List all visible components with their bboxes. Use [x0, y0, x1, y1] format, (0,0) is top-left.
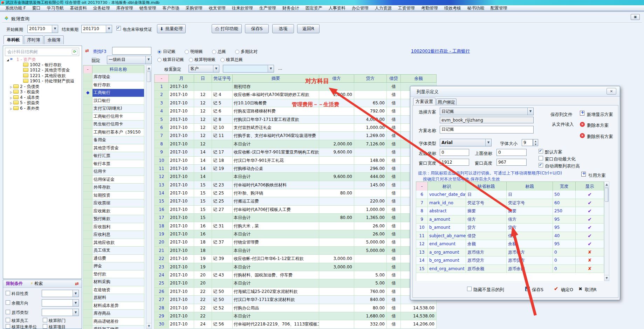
- account-row[interactable]: 库存现金: [83, 73, 145, 81]
- ledger-row[interactable]: 17 2017-10 15 本日合计 80.00 1,365.00 借: [155, 214, 437, 222]
- account-row[interactable]: 短期投资: [83, 192, 145, 200]
- top-coord-input[interactable]: 0: [496, 149, 527, 156]
- menu-item[interactable]: 客户市场: [159, 5, 183, 11]
- tree-item[interactable]: 1002 - 银行存款: [4, 62, 81, 68]
- col-header-index[interactable]: -: [416, 182, 428, 191]
- account-row[interactable]: 员工借支: [83, 247, 145, 255]
- tab-user-binding[interactable]: 用户绑定: [436, 98, 457, 105]
- col-header-title[interactable]: 标题: [507, 182, 553, 191]
- ledger-mode-option[interactable]: 总账: [212, 49, 226, 55]
- menu-item[interactable]: 销售管理: [136, 5, 159, 11]
- ledger-row[interactable]: 9 2017-10 14 记 17 收应收帐-汉口年华7-901室董亚男钢构工程…: [155, 148, 437, 156]
- select-scheme-combo[interactable]: 日记账 ▼: [440, 108, 534, 115]
- ledger-row[interactable]: 30 2017-10 24 记 56 付幸福时代2218-2219、706、11…: [155, 320, 437, 328]
- radio-icon[interactable]: [212, 50, 216, 54]
- read-from-file-button[interactable]: 从文件读入: [552, 122, 574, 128]
- chevron-down-icon[interactable]: ▼: [52, 25, 58, 33]
- tree-expander-icon[interactable]: ▷: [9, 106, 13, 111]
- menu-item[interactable]: 人力资源: [372, 5, 395, 11]
- filter-checkbox[interactable]: [6, 318, 10, 322]
- account-row[interactable]: 材料成本差异: [83, 302, 145, 310]
- col-header-account-name[interactable]: 科目名称: [93, 66, 144, 74]
- chevron-down-icon[interactable]: ▼: [485, 139, 491, 146]
- cell-show-flag[interactable]: ✘: [576, 248, 604, 257]
- col-header-width[interactable]: 宽度: [553, 182, 576, 191]
- menu-item[interactable]: 固定资产: [302, 5, 326, 11]
- filter-checkbox[interactable]: [43, 324, 47, 329]
- window-height-input[interactable]: 967: [496, 159, 527, 166]
- chevron-down-icon[interactable]: ▼: [73, 290, 78, 297]
- col-header-dc[interactable]: 借贷: [387, 75, 401, 83]
- tab[interactable]: 余额簿: [44, 35, 64, 44]
- scroll-down-icon[interactable]: ▼: [604, 275, 609, 281]
- ledger-row[interactable]: 28 2017-10 22 记 52 付购办公用品 80.00 借 14,538…: [155, 304, 437, 312]
- account-row[interactable]: 汉口银行: [83, 97, 145, 105]
- account-row[interactable]: 其他应收款: [83, 239, 145, 247]
- tree-item[interactable]: ▷5 - 损益类: [4, 100, 81, 106]
- ledger-mode-option[interactable]: 多期比对: [235, 49, 258, 55]
- ledger-row[interactable]: 5 2017-10 12 记 8 付购汉口年华7-1711室工程进度款 4,00…: [155, 116, 437, 124]
- menu-item[interactable]: 秘书功能: [464, 5, 487, 11]
- col-header-balance[interactable]: 余额: [401, 75, 437, 83]
- menu-item[interactable]: 考勤管理: [418, 5, 441, 11]
- col-header-id[interactable]: 标识: [428, 182, 466, 191]
- auto-maximize-checkbox[interactable]: [539, 156, 543, 160]
- account-list-scrollbar[interactable]: ▲ ▼: [146, 65, 152, 329]
- ledger-mode-option[interactable]: 明细账: [185, 49, 203, 55]
- menu-item[interactable]: 窗口: [29, 5, 44, 11]
- batch-process-button[interactable]: ⬇ 批量处理: [157, 24, 186, 33]
- limit-type-combo[interactable]: 客户 ▼: [189, 65, 219, 73]
- ledger-row[interactable]: 23 2017-10 19 本日合计 3,000.00 借: [155, 263, 437, 271]
- swap-arrows-icon[interactable]: ⇄: [85, 48, 89, 53]
- apply-scheme-button[interactable]: 引用方案: [588, 173, 606, 179]
- menu-item[interactable]: 人事资料: [326, 5, 349, 11]
- refresh-icon[interactable]: ⟳: [72, 49, 77, 55]
- chevron-down-icon[interactable]: ▼: [106, 25, 112, 33]
- account-row[interactable]: 商品进销差价: [83, 318, 145, 326]
- tree-expander-icon[interactable]: ▷: [9, 90, 13, 95]
- account-row[interactable]: 通信费: [83, 255, 145, 263]
- col-header-month[interactable]: 月: [169, 75, 194, 83]
- menu-item[interactable]: 财务会计: [279, 5, 302, 11]
- ledger-row[interactable]: 26 2017-10 22 记 50 付海赋江城25-2202室水泥材料款 76…: [155, 288, 437, 296]
- ledger-mode-option[interactable]: 核算明细账: [189, 57, 215, 63]
- ledger-row[interactable]: 6 2017-10 12 记 10 支付雷胜斌乔迁礼金 1,000.00 借: [155, 124, 437, 132]
- account-row[interactable]: 应收利息: [83, 231, 145, 239]
- col-header-index[interactable]: -: [83, 66, 93, 74]
- tree-item[interactable]: ◢1 - 资产类: [4, 57, 81, 62]
- menu-item[interactable]: 采购管理: [183, 5, 206, 11]
- ledger-row[interactable]: 18 2017-10 16 记 31 付购大米，菜 26.00 借: [155, 222, 437, 230]
- column-config-row[interactable]: 9 a_amount 借方 借方 95 ✔: [416, 215, 604, 224]
- col-header-show[interactable]: 显示: [576, 182, 604, 191]
- ledger-row[interactable]: 20 2017-10 18 记 37 付物业管理费 5,000.00 借: [155, 238, 437, 246]
- tree-expander-icon[interactable]: ▷: [9, 95, 13, 101]
- start-period-combo[interactable]: 201710 ▼: [27, 25, 58, 33]
- filter-checkbox[interactable]: [6, 291, 10, 295]
- cell-show-flag[interactable]: ✔: [576, 232, 604, 240]
- account-row[interactable]: 银行汇票: [83, 152, 145, 160]
- menu-item[interactable]: 办公管理: [349, 5, 372, 11]
- account-row[interactable]: 应收票据: [83, 199, 145, 207]
- col-header-day[interactable]: 日: [194, 75, 212, 83]
- col-header-voucher[interactable]: 凭证字号: [212, 75, 233, 83]
- tree-item[interactable]: ▷4 - 成本类: [4, 95, 81, 101]
- account-row[interactable]: 垫付款: [83, 270, 145, 279]
- account-row[interactable]: 外埠存款: [83, 184, 145, 192]
- limit-value-combo[interactable]: ▼: [223, 65, 274, 73]
- ledger-row[interactable]: 19 2017-10 16 本日合计 26.00 借: [155, 230, 437, 238]
- menu-item[interactable]: 配置管理: [487, 5, 511, 11]
- account-row[interactable]: ◆ 工商银行: [83, 89, 145, 97]
- cell-show-flag[interactable]: ✔: [576, 215, 604, 224]
- tab[interactable]: 序时簿: [24, 35, 43, 44]
- tree-item[interactable]: 1901 - 待处理财产损溢: [4, 78, 81, 84]
- ledger-row[interactable]: 10 2017-10 14 记 18 付汉口年华7-901开工礼花 148.00…: [155, 157, 437, 165]
- radio-icon[interactable]: [189, 58, 193, 62]
- ledger-row[interactable]: 27 2017-10 22 记 50 付汉口年华7-1711室水泥材料款 840…: [155, 296, 437, 304]
- scrollbar-thumb[interactable]: [605, 188, 609, 202]
- include-unaudited-checkbox[interactable]: [116, 26, 121, 30]
- account-row[interactable]: 民生银行信用卡: [83, 121, 145, 129]
- ledger-row[interactable]: 4 2017-10 12 记 6 付购友谊路楼梯材料费 792.00 借: [155, 107, 437, 115]
- account-row[interactable]: 信用保证金: [83, 176, 145, 184]
- scroll-up-icon[interactable]: ▲: [146, 66, 151, 71]
- filter-combo[interactable]: ▼: [42, 299, 79, 307]
